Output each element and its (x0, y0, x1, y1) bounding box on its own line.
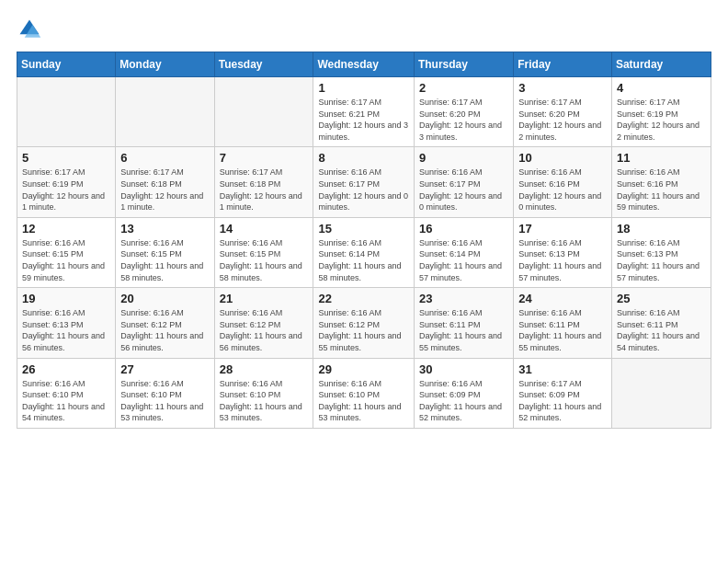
calendar-cell: 27Sunrise: 6:16 AM Sunset: 6:10 PM Dayli… (116, 358, 214, 428)
day-number: 18 (617, 222, 706, 236)
day-number: 10 (518, 151, 607, 165)
calendar-week-row: 12Sunrise: 6:16 AM Sunset: 6:15 PM Dayli… (17, 217, 711, 287)
day-info: Sunrise: 6:16 AM Sunset: 6:10 PM Dayligh… (22, 378, 110, 424)
day-info: Sunrise: 6:16 AM Sunset: 6:15 PM Dayligh… (120, 237, 209, 283)
day-info: Sunrise: 6:17 AM Sunset: 6:09 PM Dayligh… (518, 378, 607, 424)
day-number: 24 (518, 292, 607, 305)
calendar-cell (611, 358, 711, 428)
calendar-cell: 17Sunrise: 6:16 AM Sunset: 6:13 PM Dayli… (514, 217, 612, 287)
day-number: 4 (617, 81, 706, 95)
weekday-header-wednesday: Wednesday (313, 52, 414, 77)
calendar-cell: 25Sunrise: 6:16 AM Sunset: 6:11 PM Dayli… (611, 288, 711, 358)
day-info: Sunrise: 6:16 AM Sunset: 6:13 PM Dayligh… (22, 307, 110, 353)
day-number: 30 (419, 362, 508, 376)
day-info: Sunrise: 6:16 AM Sunset: 6:15 PM Dayligh… (22, 237, 110, 283)
day-info: Sunrise: 6:17 AM Sunset: 6:18 PM Dayligh… (120, 167, 209, 213)
calendar-table: SundayMondayTuesdayWednesdayThursdayFrid… (17, 52, 711, 429)
calendar-cell: 5Sunrise: 6:17 AM Sunset: 6:19 PM Daylig… (17, 147, 116, 217)
calendar-cell: 20Sunrise: 6:16 AM Sunset: 6:12 PM Dayli… (116, 288, 214, 358)
calendar-cell: 24Sunrise: 6:16 AM Sunset: 6:11 PM Dayli… (514, 288, 612, 358)
day-number: 17 (518, 222, 607, 236)
logo-icon (17, 17, 42, 42)
day-number: 28 (220, 362, 309, 376)
day-info: Sunrise: 6:16 AM Sunset: 6:16 PM Dayligh… (617, 167, 706, 213)
day-info: Sunrise: 6:16 AM Sunset: 6:12 PM Dayligh… (120, 307, 209, 353)
day-info: Sunrise: 6:16 AM Sunset: 6:17 PM Dayligh… (419, 167, 508, 213)
calendar-cell (17, 77, 116, 147)
day-info: Sunrise: 6:16 AM Sunset: 6:13 PM Dayligh… (518, 237, 607, 283)
calendar-cell: 15Sunrise: 6:16 AM Sunset: 6:14 PM Dayli… (313, 217, 414, 287)
calendar-cell: 19Sunrise: 6:16 AM Sunset: 6:13 PM Dayli… (17, 288, 116, 358)
day-number: 21 (220, 292, 309, 305)
day-info: Sunrise: 6:17 AM Sunset: 6:20 PM Dayligh… (419, 97, 508, 143)
calendar-cell: 1Sunrise: 6:17 AM Sunset: 6:21 PM Daylig… (313, 77, 414, 147)
calendar-cell (214, 77, 313, 147)
calendar-cell: 29Sunrise: 6:16 AM Sunset: 6:10 PM Dayli… (313, 358, 414, 428)
weekday-header-friday: Friday (514, 52, 612, 77)
day-number: 29 (318, 362, 408, 376)
day-number: 12 (22, 222, 110, 236)
day-info: Sunrise: 6:16 AM Sunset: 6:11 PM Dayligh… (617, 307, 706, 353)
day-number: 13 (120, 222, 209, 236)
calendar-cell: 16Sunrise: 6:16 AM Sunset: 6:14 PM Dayli… (414, 217, 513, 287)
day-info: Sunrise: 6:16 AM Sunset: 6:14 PM Dayligh… (419, 237, 508, 283)
calendar-cell (116, 77, 214, 147)
day-number: 20 (120, 292, 209, 305)
day-number: 25 (617, 292, 706, 305)
day-number: 15 (318, 222, 408, 236)
day-number: 9 (419, 151, 508, 165)
weekday-header-tuesday: Tuesday (214, 52, 313, 77)
day-info: Sunrise: 6:17 AM Sunset: 6:19 PM Dayligh… (617, 97, 706, 143)
day-info: Sunrise: 6:16 AM Sunset: 6:11 PM Dayligh… (518, 307, 607, 353)
day-number: 23 (419, 292, 508, 305)
logo (17, 17, 46, 42)
calendar-cell: 7Sunrise: 6:17 AM Sunset: 6:18 PM Daylig… (214, 147, 313, 217)
day-number: 6 (120, 151, 209, 165)
calendar-week-row: 19Sunrise: 6:16 AM Sunset: 6:13 PM Dayli… (17, 288, 711, 358)
calendar-cell: 21Sunrise: 6:16 AM Sunset: 6:12 PM Dayli… (214, 288, 313, 358)
calendar-cell: 18Sunrise: 6:16 AM Sunset: 6:13 PM Dayli… (611, 217, 711, 287)
header (17, 17, 711, 42)
day-info: Sunrise: 6:16 AM Sunset: 6:10 PM Dayligh… (220, 378, 309, 424)
calendar-week-row: 1Sunrise: 6:17 AM Sunset: 6:21 PM Daylig… (17, 77, 711, 147)
calendar-cell: 4Sunrise: 6:17 AM Sunset: 6:19 PM Daylig… (611, 77, 711, 147)
calendar-cell: 11Sunrise: 6:16 AM Sunset: 6:16 PM Dayli… (611, 147, 711, 217)
day-info: Sunrise: 6:16 AM Sunset: 6:17 PM Dayligh… (318, 167, 408, 213)
calendar-cell: 8Sunrise: 6:16 AM Sunset: 6:17 PM Daylig… (313, 147, 414, 217)
day-info: Sunrise: 6:16 AM Sunset: 6:16 PM Dayligh… (518, 167, 607, 213)
calendar-cell: 13Sunrise: 6:16 AM Sunset: 6:15 PM Dayli… (116, 217, 214, 287)
day-number: 5 (22, 151, 110, 165)
day-number: 1 (318, 81, 408, 95)
day-number: 31 (518, 362, 607, 376)
day-info: Sunrise: 6:17 AM Sunset: 6:19 PM Dayligh… (22, 167, 110, 213)
day-number: 14 (220, 222, 309, 236)
calendar-cell: 10Sunrise: 6:16 AM Sunset: 6:16 PM Dayli… (514, 147, 612, 217)
day-info: Sunrise: 6:17 AM Sunset: 6:20 PM Dayligh… (518, 97, 607, 143)
calendar-week-row: 26Sunrise: 6:16 AM Sunset: 6:10 PM Dayli… (17, 358, 711, 428)
calendar-cell: 30Sunrise: 6:16 AM Sunset: 6:09 PM Dayli… (414, 358, 513, 428)
calendar-cell: 22Sunrise: 6:16 AM Sunset: 6:12 PM Dayli… (313, 288, 414, 358)
day-number: 8 (318, 151, 408, 165)
page: SundayMondayTuesdayWednesdayThursdayFrid… (0, 0, 728, 563)
calendar-cell: 23Sunrise: 6:16 AM Sunset: 6:11 PM Dayli… (414, 288, 513, 358)
calendar-cell: 2Sunrise: 6:17 AM Sunset: 6:20 PM Daylig… (414, 77, 513, 147)
weekday-header-row: SundayMondayTuesdayWednesdayThursdayFrid… (17, 52, 711, 77)
weekday-header-monday: Monday (116, 52, 214, 77)
calendar-cell: 3Sunrise: 6:17 AM Sunset: 6:20 PM Daylig… (514, 77, 612, 147)
day-info: Sunrise: 6:16 AM Sunset: 6:11 PM Dayligh… (419, 307, 508, 353)
weekday-header-thursday: Thursday (414, 52, 513, 77)
calendar-cell: 9Sunrise: 6:16 AM Sunset: 6:17 PM Daylig… (414, 147, 513, 217)
day-info: Sunrise: 6:16 AM Sunset: 6:10 PM Dayligh… (120, 378, 209, 424)
calendar-cell: 31Sunrise: 6:17 AM Sunset: 6:09 PM Dayli… (514, 358, 612, 428)
day-number: 3 (518, 81, 607, 95)
weekday-header-sunday: Sunday (17, 52, 116, 77)
weekday-header-saturday: Saturday (611, 52, 711, 77)
day-number: 16 (419, 222, 508, 236)
day-number: 2 (419, 81, 508, 95)
day-info: Sunrise: 6:16 AM Sunset: 6:09 PM Dayligh… (419, 378, 508, 424)
day-info: Sunrise: 6:16 AM Sunset: 6:10 PM Dayligh… (318, 378, 408, 424)
calendar-cell: 14Sunrise: 6:16 AM Sunset: 6:15 PM Dayli… (214, 217, 313, 287)
day-info: Sunrise: 6:16 AM Sunset: 6:12 PM Dayligh… (220, 307, 309, 353)
day-number: 27 (120, 362, 209, 376)
day-info: Sunrise: 6:16 AM Sunset: 6:15 PM Dayligh… (220, 237, 309, 283)
